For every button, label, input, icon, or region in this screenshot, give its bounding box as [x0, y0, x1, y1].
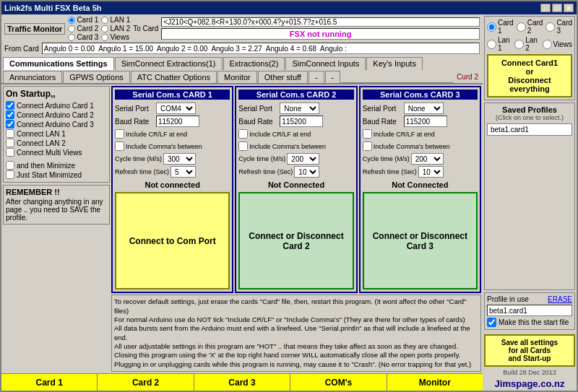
radio-views-input[interactable] [101, 34, 108, 41]
card3-title: Serial Com.s CARD 3 [363, 90, 478, 100]
card2-baud-input[interactable] [280, 116, 323, 127]
card2-cycle-select[interactable]: 200 100 300 400 500 [287, 153, 319, 165]
cb-arduino2-input[interactable] [6, 110, 14, 119]
tab-extractions2[interactable]: Extractions(2) [223, 57, 285, 70]
cb-minimize: and then Minimize [6, 161, 107, 170]
radio-views-label: Views [110, 33, 129, 41]
tab-divider2[interactable]: - [325, 71, 341, 83]
card-select-row1: Card 1 Card 2 Card 3 [487, 19, 572, 35]
rcard3-input[interactable] [545, 22, 555, 32]
save-all-button[interactable]: Save all settings for all Cards and Star… [484, 334, 575, 367]
bottom-tab-coms[interactable]: COM's [290, 374, 387, 391]
card3-cr-row: Include CR/LF at end [363, 129, 478, 139]
cb-multiviews-input[interactable] [6, 148, 14, 157]
make-start-check[interactable] [487, 318, 496, 327]
bottom-tab-card2[interactable]: Card 2 [98, 374, 194, 391]
radio-card2-input[interactable] [68, 25, 75, 32]
card1-refresh-select[interactable]: 5 1 2 10 20 [171, 166, 196, 178]
tab-atc[interactable]: ATC Chatter Options [131, 71, 217, 83]
erase-button[interactable]: ERASE [548, 295, 572, 303]
rcard1-label: Card 1 [498, 19, 514, 35]
card-select-card2: Card 2 [517, 19, 543, 35]
to-card-input[interactable] [161, 17, 480, 27]
cb-arduino3-input[interactable] [6, 120, 14, 129]
tab-simconnect-inputs[interactable]: SimConnect Inputs [285, 57, 366, 70]
card-select-views: Views [543, 36, 573, 52]
bottom-tab-card3[interactable]: Card 3 [194, 374, 290, 391]
card2-serial-select[interactable]: None COM1 COM2 COM3 COM4 [280, 103, 319, 114]
card3-baud-input[interactable] [404, 116, 447, 127]
tab-keys-inputs[interactable]: Key's Inputs [366, 57, 423, 70]
rlan1-input[interactable] [487, 40, 496, 49]
card3-cycle-select[interactable]: 200 100 300 400 500 [411, 153, 444, 165]
card3-connect-btn[interactable]: Connect or Disconnect Card 3 [363, 192, 478, 289]
main-area: Traffic Monitor Card 1 Card 2 Card 3 [1, 14, 483, 391]
card3-baud-label: Baud Rate [363, 118, 402, 126]
card2-connect-btn[interactable]: Connect or Disconnect Card 2 [238, 192, 353, 289]
card1-cycle-select[interactable]: 300 100 200 400 500 [163, 153, 196, 165]
card3-comma-check[interactable] [363, 141, 372, 151]
card1-serial-port-row: Serial Port COM4 None COM1 COM2 COM3 COM… [115, 103, 230, 114]
card1-connect-btn[interactable]: Connect to Com Port [115, 192, 230, 289]
card1-serial-select[interactable]: COM4 None COM1 COM2 COM3 COM5 [156, 103, 196, 114]
card-select-row2: Lan 1 Lan 2 Views [487, 36, 572, 52]
radio-lan2-input[interactable] [101, 25, 108, 32]
cb-multiviews: Connect Multi Views [6, 148, 107, 157]
card2-refresh-select[interactable]: 10 1 2 5 20 [294, 166, 319, 178]
card2-comma-check[interactable] [238, 141, 248, 151]
card3-cr-check[interactable] [363, 129, 372, 139]
connect-all-btn[interactable]: Connect Card1 or Disconnect everything [487, 54, 572, 97]
rviews-label: Views [553, 40, 573, 48]
tab-simconnect1[interactable]: SimConnect Extractions(1) [115, 57, 223, 70]
tab-monitor[interactable]: Monitor [217, 71, 257, 83]
card1-cr-check[interactable] [115, 129, 124, 139]
rlan2-input[interactable] [514, 40, 524, 49]
bottom-tab-monitor[interactable]: Monitor [387, 374, 483, 391]
rviews-input[interactable] [543, 40, 552, 49]
card3-serial-select[interactable]: None COM1 COM2 COM3 COM4 [404, 103, 444, 114]
cards-area: Serial Com.s CARD 1 Serial Port COM4 Non… [111, 86, 481, 372]
cb-lan2-input[interactable] [6, 139, 14, 147]
tab-gpws[interactable]: GPWS Options [63, 71, 130, 83]
profile-in-use-input[interactable] [487, 305, 572, 316]
startup-box: On Startup,, Connect Arduino Card 1 Conn… [3, 86, 110, 183]
card1-cycle-label: Cycle time (M/s) [115, 155, 162, 162]
card1-refresh-row: Refresh time (Sec) 5 1 2 10 20 [115, 166, 230, 178]
to-card-label: To Card [133, 25, 158, 32]
card1-title: Serial Com.s CARD 1 [115, 90, 230, 100]
cb-lan1-input[interactable] [6, 129, 14, 138]
from-card-input[interactable] [42, 43, 480, 54]
card3-refresh-select[interactable]: 10 1 2 5 20 [418, 166, 444, 178]
radio-lan2-label: LAN 2 [110, 25, 130, 32]
rcard1-input[interactable] [487, 22, 496, 32]
cb-minimize-input[interactable] [6, 161, 14, 170]
card2-cr-check[interactable] [238, 129, 248, 139]
tab-other[interactable]: Other stuff [258, 71, 308, 83]
bottom-tab-card1[interactable]: Card 1 [1, 374, 98, 391]
cb-start-minimized-input[interactable] [6, 170, 14, 179]
radio-lan1-input[interactable] [101, 17, 108, 24]
card1-baud-input[interactable] [156, 116, 199, 127]
tab-divider1[interactable]: - [309, 71, 324, 83]
card1-comma-check[interactable] [115, 141, 124, 151]
jimspage-label[interactable]: Jimspage.co.nz [484, 378, 575, 389]
card3-comma-row: Include Comma's between [363, 141, 478, 151]
from-card-label: From Card [4, 45, 39, 53]
card1-status: Not connected [115, 180, 230, 189]
maximize-button[interactable]: □ [552, 4, 562, 12]
close-button[interactable]: X [564, 4, 574, 12]
cb-arduino3: Connect Arduino Card 3 [6, 120, 107, 129]
card3-box: Serial Com.s CARD 3 Serial Port None COM… [359, 86, 481, 293]
rcard2-input[interactable] [517, 22, 526, 32]
from-card-row: From Card [4, 43, 480, 54]
make-start-row: Make this the start file [487, 318, 572, 327]
radio-card1-input[interactable] [68, 17, 75, 24]
left-panel: On Startup,, Connect Arduino Card 1 Conn… [3, 86, 110, 372]
tab-communications[interactable]: Communications Settings [3, 57, 114, 70]
profile-item-1[interactable]: beta1.card1 [487, 123, 572, 136]
minimize-button[interactable]: _ [540, 4, 551, 12]
tab-annunciators[interactable]: Annunciators [3, 71, 62, 83]
radio-lan1: LAN 1 [101, 16, 130, 24]
radio-card3-input[interactable] [68, 34, 75, 41]
cb-arduino1-input[interactable] [6, 101, 14, 110]
